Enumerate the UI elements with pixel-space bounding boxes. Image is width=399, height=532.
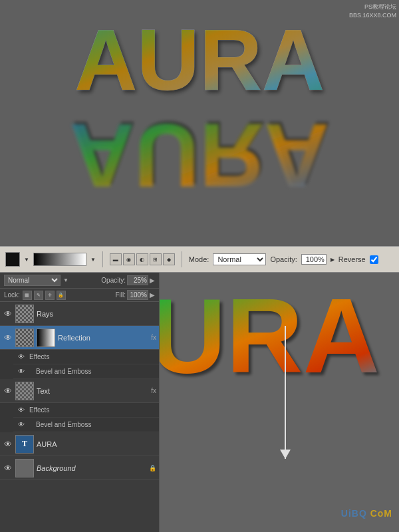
layers-opacity-wrapper: Opacity: ▶ bbox=[101, 275, 155, 285]
mode-label: Mode: bbox=[189, 255, 209, 263]
layer-mask-reflection bbox=[37, 329, 55, 347]
bevel-label-reflection: Bevel and Emboss bbox=[29, 368, 91, 375]
blend-radial-icon[interactable]: ◉ bbox=[123, 253, 135, 265]
aura-text-reflected: AURA AURA bbox=[27, 116, 372, 223]
layers-panel: Normal Multiply Screen ▼ Opacity: ▶ Lock… bbox=[0, 273, 160, 532]
aura-text-top: AURA AURA AURA bbox=[33, 7, 366, 113]
text-bevel-row: 👁 Bevel and Emboss bbox=[13, 418, 159, 432]
layer-thumb-rays bbox=[15, 305, 34, 323]
layer-fx-text: fx bbox=[151, 387, 156, 394]
text-effects-row: 👁 Effects bbox=[13, 403, 159, 418]
layer-thumb-text bbox=[15, 382, 34, 400]
layer-eye-rays[interactable]: 👁 bbox=[3, 309, 13, 319]
layer-name-text: Text bbox=[37, 387, 50, 395]
svg-text:AURA: AURA bbox=[74, 11, 325, 108]
gradient-preview[interactable] bbox=[33, 253, 86, 266]
bevel-label-text: Bevel and Emboss bbox=[29, 421, 91, 428]
effects-label-reflection: Effects bbox=[29, 353, 49, 360]
bevel-eye-reflection[interactable]: 👁 bbox=[16, 366, 27, 377]
bevel-eye-text[interactable]: 👁 bbox=[16, 420, 27, 430]
foreground-swatch[interactable] bbox=[5, 252, 20, 267]
blend-mode-icons: ▬ ◉ ◐ ⊞ ◆ bbox=[110, 253, 175, 265]
layer-eye-background[interactable]: 👁 bbox=[3, 463, 13, 473]
reverse-label: Reverse bbox=[338, 255, 366, 263]
opacity-arrow[interactable]: ▶ bbox=[331, 257, 334, 263]
layer-thumb-checker-text bbox=[16, 382, 33, 400]
watermark-blue: UiBQ bbox=[341, 508, 370, 519]
fill-expand[interactable]: ▶ bbox=[150, 291, 155, 299]
blend-angle-icon[interactable]: ◐ bbox=[136, 253, 148, 265]
layer-name-aura: AURA bbox=[37, 440, 57, 448]
toolbar-sep-1 bbox=[102, 251, 103, 267]
background-lock-icon: 🔒 bbox=[149, 465, 156, 471]
fill-input[interactable] bbox=[127, 290, 148, 300]
layer-eye-text[interactable]: 👁 bbox=[3, 386, 13, 396]
layer-thumb-aura: T bbox=[15, 435, 34, 454]
effects-eye-reflection[interactable]: 👁 bbox=[16, 352, 27, 362]
layer-thumb-reflection bbox=[15, 329, 34, 347]
layer-info-rays: Rays bbox=[37, 310, 156, 318]
opacity-input[interactable] bbox=[301, 254, 327, 265]
watermark-gold: CoM bbox=[370, 508, 392, 519]
top-canvas: PS教程论坛BBS.16XX8.COM bbox=[0, 0, 399, 246]
layer-thumb-background bbox=[15, 459, 34, 477]
opacity-label: Opacity: bbox=[270, 255, 297, 263]
layer-name-rays: Rays bbox=[37, 310, 53, 318]
layer-thumb-checker-rays bbox=[16, 305, 33, 323]
layer-row-reflection[interactable]: 👁 Reflection fx bbox=[0, 326, 159, 350]
swatch-arrow[interactable]: ▼ bbox=[24, 257, 29, 263]
fill-wrapper: Fill: ▶ bbox=[115, 290, 155, 300]
layer-fx-reflection: fx bbox=[151, 334, 156, 341]
blend-linear-icon[interactable]: ▬ bbox=[110, 253, 122, 265]
bottom-watermark: UiBQ CoM bbox=[341, 508, 392, 519]
lock-paint-icon[interactable]: ✎ bbox=[34, 291, 43, 300]
layer-eye-aura[interactable]: 👁 bbox=[3, 439, 13, 450]
layer-info-text: Text bbox=[37, 387, 148, 395]
text-sub-effects: 👁 Effects 👁 Bevel and Emboss bbox=[0, 403, 159, 432]
lock-transparency-icon[interactable]: ▦ bbox=[23, 291, 32, 300]
reverse-checkbox[interactable] bbox=[370, 255, 378, 264]
effects-label-text: Effects bbox=[29, 406, 49, 414]
canvas-arrow-line bbox=[285, 326, 286, 459]
layer-thumb-bg-solid bbox=[16, 460, 33, 477]
layer-name-reflection: Reflection bbox=[58, 334, 90, 342]
layers-opacity-expand[interactable]: ▶ bbox=[150, 277, 155, 284]
layers-mode-arrow[interactable]: ▼ bbox=[63, 277, 68, 283]
layer-eye-reflection[interactable]: 👁 bbox=[3, 332, 13, 343]
svg-text:AURA: AURA bbox=[70, 116, 330, 205]
layer-info-background: Background bbox=[37, 464, 149, 472]
reflection-bevel-row: 👁 Bevel and Emboss bbox=[13, 364, 159, 379]
layer-row-rays[interactable]: 👁 Rays bbox=[0, 302, 159, 326]
layer-row-aura[interactable]: 👁 T AURA bbox=[0, 432, 159, 456]
lock-move-icon[interactable]: ✛ bbox=[45, 291, 55, 300]
layer-mask-gradient bbox=[37, 329, 55, 346]
effects-eye-text[interactable]: 👁 bbox=[16, 405, 27, 416]
layer-name-background: Background bbox=[37, 464, 76, 472]
layers-mode-select[interactable]: Normal Multiply Screen bbox=[4, 275, 61, 286]
bottom-area: AURA AURA UiBQ CoM Normal Multiply Scree… bbox=[0, 273, 399, 532]
lock-icons: ▦ ✎ ✛ 🔒 bbox=[23, 291, 66, 300]
reflection-effects-row: 👁 Effects bbox=[13, 350, 159, 364]
fill-label: Fill: bbox=[115, 291, 126, 299]
layer-row-text[interactable]: 👁 Text fx bbox=[0, 379, 159, 403]
gradient-toolbar: ▼ ▼ ▬ ◉ ◐ ⊞ ◆ Mode: Normal Dissolve Mult… bbox=[0, 246, 399, 273]
layer-info-aura: AURA bbox=[37, 440, 156, 448]
layer-thumb-t-label: T bbox=[16, 436, 33, 453]
blend-diamond-icon[interactable]: ◆ bbox=[163, 253, 175, 265]
layer-info-reflection: Reflection bbox=[58, 334, 148, 342]
toolbar-sep-2 bbox=[182, 251, 182, 267]
mode-select[interactable]: Normal Dissolve Multiply bbox=[213, 253, 266, 265]
blend-reflect-icon[interactable]: ⊞ bbox=[150, 253, 162, 265]
layer-row-background[interactable]: 👁 Background 🔒 bbox=[0, 456, 159, 480]
lock-label: Lock: bbox=[4, 291, 20, 299]
lock-row: Lock: ▦ ✎ ✛ 🔒 Fill: ▶ bbox=[0, 289, 159, 302]
reflection-sub-effects: 👁 Effects 👁 Bevel and Emboss bbox=[0, 350, 159, 379]
layers-header: Normal Multiply Screen ▼ Opacity: ▶ bbox=[0, 273, 159, 289]
gradient-arrow[interactable]: ▼ bbox=[90, 257, 96, 263]
canvas-arrow-head bbox=[280, 450, 291, 459]
layers-opacity-label: Opacity: bbox=[101, 277, 126, 284]
layer-thumb-checker-reflection bbox=[16, 329, 33, 346]
layers-opacity-input[interactable] bbox=[127, 275, 148, 285]
lock-all-icon[interactable]: 🔒 bbox=[57, 291, 66, 300]
